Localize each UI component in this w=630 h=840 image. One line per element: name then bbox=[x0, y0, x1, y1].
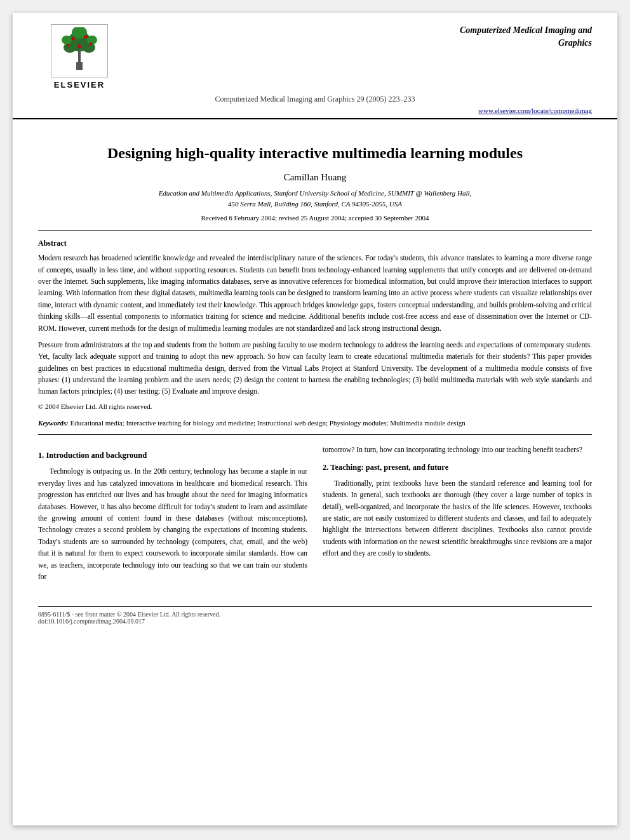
svg-point-5 bbox=[62, 36, 72, 44]
section1-paragraph1-continued: tomorrow? In turn, how can incorporating… bbox=[323, 444, 592, 455]
author-name: Camillan Huang bbox=[38, 172, 592, 183]
abstract-paragraph-1: Modern research has broadened scientific… bbox=[38, 252, 592, 334]
footer-line1: 0895-6111/$ - see front matter © 2004 El… bbox=[38, 611, 592, 618]
header-divider bbox=[38, 230, 592, 231]
keywords-section: Keywords: Educational media; Interactive… bbox=[38, 418, 592, 429]
footer-line2: doi:10.1016/j.compmedimag.2004.09.017 bbox=[38, 618, 592, 625]
elsevier-logo: ELSEVIER bbox=[38, 24, 121, 90]
author-affiliation: Education and Multimedia Applications, S… bbox=[38, 188, 592, 209]
svg-point-6 bbox=[87, 36, 97, 44]
two-column-body: 1. Introduction and background Technolog… bbox=[38, 444, 592, 587]
paper-title: Designing high-quality interactive multi… bbox=[38, 143, 592, 163]
abstract-section: Abstract Modern research has broadened s… bbox=[38, 239, 592, 410]
copyright-notice: © 2004 Elsevier Ltd. All rights reserved… bbox=[38, 403, 592, 410]
page: ELSEVIER Computerized Medical Imaging an… bbox=[13, 13, 617, 825]
main-content: Designing high-quality interactive multi… bbox=[13, 119, 617, 606]
page-footer: 0895-6111/$ - see front matter © 2004 El… bbox=[38, 606, 592, 625]
svg-point-11 bbox=[90, 43, 92, 45]
journal-title-right: Computerized Medical Imaging and Graphic… bbox=[452, 24, 592, 49]
journal-citation: Computerized Medical Imaging and Graphic… bbox=[38, 95, 592, 104]
section2-heading: 2. Teaching: past, present, and future bbox=[323, 461, 592, 474]
abstract-heading: Abstract bbox=[38, 239, 592, 248]
section2-paragraph1: Traditionally, print textbooks have been… bbox=[323, 477, 592, 559]
elsevier-tree-icon bbox=[54, 27, 105, 72]
right-column: tomorrow? In turn, how can incorporating… bbox=[323, 444, 592, 587]
section1-paragraph1: Technology is outpacing us. In the 20th … bbox=[38, 465, 307, 582]
svg-point-10 bbox=[67, 44, 69, 46]
page-header: ELSEVIER Computerized Medical Imaging an… bbox=[13, 13, 617, 119]
journal-website[interactable]: www.elsevier.com/locate/compmedimag bbox=[38, 107, 592, 118]
svg-point-12 bbox=[78, 45, 81, 48]
keywords-text: Educational media; Interactive teaching … bbox=[70, 419, 465, 427]
svg-point-9 bbox=[84, 36, 88, 39]
abstract-paragraph-2: Pressure from administrators at the top … bbox=[38, 339, 592, 397]
left-column: 1. Introduction and background Technolog… bbox=[38, 444, 307, 587]
svg-point-8 bbox=[72, 37, 75, 41]
keywords-label: Keywords: bbox=[38, 419, 69, 427]
elsevier-wordmark: ELSEVIER bbox=[54, 80, 105, 90]
received-dates: Received 6 February 2004; revised 25 Aug… bbox=[38, 214, 592, 222]
section1-heading: 1. Introduction and background bbox=[38, 449, 307, 462]
body-divider bbox=[38, 434, 592, 435]
